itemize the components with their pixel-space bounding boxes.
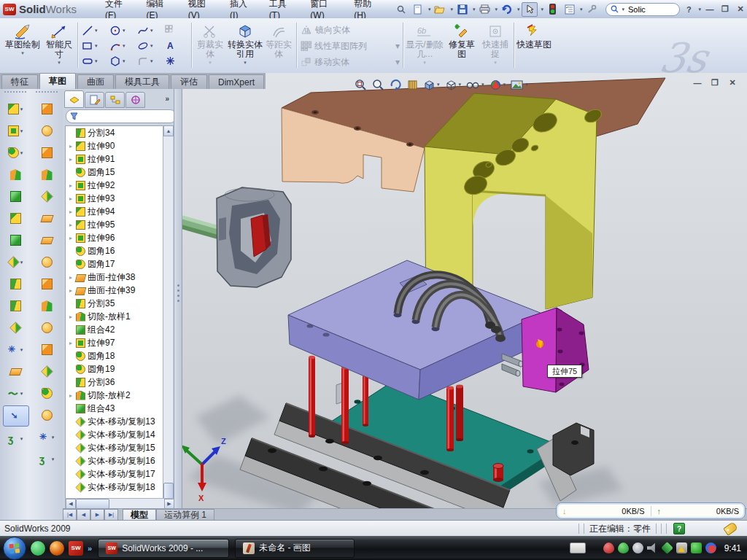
panel-splitter[interactable] [174, 89, 182, 508]
pin-icon[interactable] [394, 3, 409, 16]
shell-icon[interactable] [3, 187, 28, 206]
draft-icon[interactable] [3, 209, 28, 228]
chevron-down-icon[interactable]: ▾ [58, 60, 61, 66]
circle-icon[interactable]: ▾ [107, 23, 134, 38]
network-device-icon[interactable] [661, 542, 673, 554]
tree-filter-box[interactable] [66, 109, 177, 123]
boundary-surface-icon[interactable] [34, 252, 59, 272]
flex-icon[interactable] [34, 187, 59, 206]
tools-icon[interactable] [584, 3, 599, 16]
tree-item[interactable]: 实体-移动/复制14 [66, 428, 163, 441]
start-button[interactable] [3, 537, 26, 560]
quicklaunch-app-icon[interactable] [50, 541, 64, 556]
save-icon[interactable] [455, 3, 470, 16]
hide-show-items-icon[interactable]: ▾ [466, 79, 484, 90]
taskbar-button-paint[interactable]: 未命名 - 画图 [235, 539, 355, 558]
configurationmanager-tab-icon[interactable] [105, 92, 125, 108]
split-tool-icon[interactable] [3, 274, 28, 294]
expand-caret[interactable]: ▸ [68, 287, 74, 294]
pattern-tool-icon[interactable]: ▾ [3, 252, 28, 272]
tab-features[interactable]: 特征 [1, 74, 38, 89]
zoom-fit-icon[interactable] [355, 79, 367, 91]
tree-item[interactable]: 圆角15 [66, 166, 163, 179]
offset-surface-icon[interactable] [34, 405, 59, 425]
tree-item[interactable]: 实体-移动/复制15 [66, 441, 163, 454]
planar-surface-icon[interactable] [34, 230, 59, 250]
scroll-up-icon[interactable]: ▲ [163, 125, 174, 136]
search-box[interactable]: ▾ [605, 3, 680, 16]
bend-icon[interactable] [34, 296, 59, 316]
quicklaunch-solidworks-icon[interactable]: SW [69, 541, 83, 556]
security-alert-icon[interactable] [603, 542, 614, 553]
help-icon[interactable]: ? [682, 4, 695, 15]
revolved-cut-icon[interactable] [34, 121, 59, 141]
tab-model[interactable]: 模型 [123, 509, 156, 521]
expand-caret[interactable]: ▸ [68, 392, 74, 399]
chevron-down-icon[interactable]: ▾ [244, 60, 247, 66]
tree-item[interactable]: 圆角16 [66, 244, 163, 257]
tree-item[interactable]: 实体-移动/复制17 [66, 467, 163, 481]
taskbar-button-solidworks[interactable]: SW SolidWorks 2009 - ... [98, 539, 229, 558]
knit-surface-icon[interactable] [34, 340, 59, 359]
doc-close-button[interactable]: ✕ [727, 77, 738, 88]
tree-item[interactable]: ▸ 曲面-拉伸38 [66, 271, 163, 284]
reference-point-icon[interactable]: ✳▾ [3, 340, 28, 359]
featuremanager-tab-icon[interactable] [64, 90, 84, 108]
hardware-warning-icon[interactable] [676, 542, 687, 553]
tree-item[interactable]: ▸ 拉伸91 [66, 152, 163, 166]
doc-restore-button[interactable]: ❐ [709, 77, 721, 88]
gray-insert-part[interactable] [217, 187, 291, 287]
graphics-viewport[interactable]: Y Z X [175, 73, 747, 508]
doc-minimize-button[interactable]: — [692, 77, 703, 88]
surface-point-icon[interactable]: ✳▾ [34, 427, 59, 447]
sketch-button[interactable]: 草图绘制 ▾ [4, 21, 41, 69]
tree-item[interactable]: 实体-移动/复制16 [66, 454, 163, 467]
ellipse-icon[interactable]: ▾ [134, 38, 162, 53]
volume-icon[interactable] [647, 542, 658, 553]
point-icon[interactable] [162, 53, 184, 69]
helix-icon[interactable]: ʒ▾ [3, 429, 28, 448]
fillet-tool-icon[interactable]: ▾ [3, 143, 28, 163]
plane-icon[interactable] [3, 362, 28, 381]
tab-sketch[interactable]: 草图 [39, 73, 76, 89]
rapid-sketch-button[interactable]: 快速草图 [516, 21, 551, 69]
print-icon[interactable] [477, 3, 492, 16]
spline-icon[interactable]: ▾ [134, 23, 162, 38]
tag-icon[interactable] [723, 521, 738, 536]
tree-item[interactable]: ▸ 拉伸96 [66, 231, 163, 244]
rebuild-icon[interactable] [546, 3, 560, 16]
rectangle-icon[interactable]: ▾ [79, 38, 107, 53]
status-help-icon[interactable]: ? [673, 523, 685, 534]
language-keyboard-icon[interactable] [570, 542, 586, 553]
tree-item[interactable]: ▸ 拉伸94 [66, 205, 163, 218]
view-orientation-icon[interactable]: ▾ [423, 79, 440, 91]
scroll-right-icon[interactable]: ▶ [164, 499, 174, 509]
tab-mold-tools[interactable]: 模具工具 [115, 74, 169, 89]
tree-item[interactable]: ▸ 曲面-拉伸39 [66, 284, 163, 297]
tree-vertical-scrollbar[interactable]: ▲ ▼ [163, 125, 173, 547]
tree-item[interactable]: 实体-移动/复制18 [66, 481, 163, 494]
restore-button[interactable]: ❐ [719, 4, 732, 15]
filter-input[interactable] [81, 110, 157, 122]
options-list-icon[interactable] [562, 3, 577, 16]
delete-body-icon[interactable] [34, 318, 59, 338]
quicklaunch-messenger-icon[interactable] [31, 541, 45, 556]
update-gear-icon[interactable] [632, 542, 643, 553]
tree-item[interactable]: 分割34 [66, 126, 163, 139]
expand-caret[interactable]: ▸ [68, 235, 74, 241]
appearances-icon[interactable]: ▾ [489, 79, 506, 91]
tab-evaluate[interactable]: 评估 [171, 74, 207, 89]
scene-icon[interactable]: ▾ [511, 79, 528, 90]
expand-caret[interactable]: ▸ [68, 182, 74, 189]
toolbar-drag-handle[interactable] [4, 91, 26, 97]
propertymanager-tab-icon[interactable] [85, 92, 104, 108]
health-status-icon[interactable] [691, 542, 702, 553]
undo-icon[interactable] [500, 3, 514, 16]
display-style-icon[interactable]: ▾ [445, 79, 462, 91]
taskbar-clock[interactable]: 9:41 [724, 543, 741, 553]
rib-icon[interactable] [3, 230, 28, 250]
tab-next-icon[interactable]: ▶ [90, 509, 104, 521]
search-input[interactable] [627, 4, 666, 15]
text-icon[interactable]: A [162, 38, 184, 53]
tree-item[interactable]: 圆角17 [66, 257, 163, 271]
